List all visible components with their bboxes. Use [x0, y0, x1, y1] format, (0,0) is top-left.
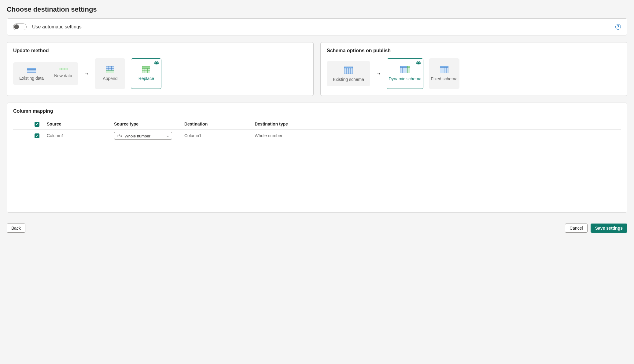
existing-schema-label: Existing schema — [333, 77, 364, 82]
existing-data-card: Existing data — [19, 68, 44, 81]
col-header-destination: Destination — [181, 119, 252, 129]
svg-rect-5 — [27, 68, 36, 69]
col-header-source-type: Source type — [111, 119, 181, 129]
cancel-button[interactable]: Cancel — [565, 224, 588, 233]
row-destination: Column1 — [181, 129, 252, 142]
help-icon[interactable]: ? — [615, 24, 621, 30]
svg-rect-13 — [106, 71, 114, 73]
fixed-schema-option[interactable]: Fixed schema — [429, 58, 459, 89]
replace-label: Replace — [138, 76, 154, 81]
append-label: Append — [103, 76, 117, 81]
column-mapping-panel: Column mapping ✓ Source Source type — [7, 103, 627, 213]
replace-option[interactable]: Replace — [131, 58, 161, 89]
select-all-checkbox[interactable]: ✓ — [35, 122, 39, 127]
radio-selected-icon — [416, 61, 421, 65]
svg-rect-6 — [59, 68, 68, 70]
column-mapping-table: ✓ Source Source type Destination Destina… — [13, 119, 621, 142]
table-row: ✓ Column1 123 Whole number ⌄ Column1 — [13, 129, 621, 142]
svg-rect-24 — [344, 67, 353, 68]
new-data-card: New data — [54, 68, 72, 81]
svg-rect-19 — [142, 66, 150, 68]
update-method-title: Update method — [13, 48, 307, 53]
dynamic-schema-option[interactable]: Dynamic schema — [387, 58, 423, 89]
arrow-right-icon: → — [84, 71, 89, 77]
source-type-value: Whole number — [124, 133, 150, 138]
table-green-small-icon — [59, 68, 68, 70]
arrow-right-icon: → — [376, 71, 381, 77]
col-header-source: Source — [44, 119, 111, 129]
back-button[interactable]: Back — [7, 224, 25, 233]
fixed-schema-label: Fixed schema — [431, 76, 457, 81]
dynamic-schema-label: Dynamic schema — [389, 76, 421, 81]
existing-schema-card: Existing schema — [333, 67, 364, 82]
svg-rect-35 — [440, 66, 448, 67]
append-option[interactable]: Append — [95, 58, 125, 89]
svg-rect-30 — [407, 66, 410, 67]
column-mapping-title: Column mapping — [13, 108, 621, 114]
row-destination-type: Whole number — [252, 129, 621, 142]
schema-existing-card: Existing schema — [327, 61, 370, 86]
col-header-destination-type: Destination type — [252, 119, 621, 129]
automatic-settings-toggle[interactable] — [13, 24, 27, 30]
svg-rect-28 — [400, 66, 407, 67]
new-data-label: New data — [54, 73, 72, 78]
table-blue-icon — [27, 68, 36, 73]
schema-blue-icon — [344, 67, 353, 74]
existing-data-label: Existing data — [19, 76, 44, 81]
row-checkbox[interactable]: ✓ — [35, 133, 39, 138]
update-method-panel: Update method Existing data — [7, 42, 314, 96]
whole-number-type-icon: 123 — [117, 134, 122, 138]
chevron-down-icon: ⌄ — [166, 133, 169, 138]
table-append-icon — [106, 66, 114, 73]
schema-dynamic-icon — [400, 66, 410, 73]
radio-selected-icon — [154, 61, 159, 65]
schema-options-panel: Schema options on publish Existing schem… — [320, 42, 627, 96]
page-title: Choose destination settings — [7, 5, 627, 13]
toggle-knob — [14, 24, 19, 29]
source-type-select[interactable]: 123 Whole number ⌄ — [114, 132, 172, 140]
update-method-source-card: Existing data New data — [13, 62, 78, 85]
footer: Back Cancel Save settings — [7, 219, 627, 238]
schema-fixed-icon — [440, 66, 448, 73]
row-source: Column1 — [44, 129, 111, 142]
table-replace-icon — [142, 66, 150, 73]
automatic-settings-label: Use automatic settings — [32, 24, 82, 30]
automatic-settings-bar: Use automatic settings ? — [7, 18, 627, 35]
save-settings-button[interactable]: Save settings — [591, 224, 627, 233]
schema-options-title: Schema options on publish — [327, 48, 621, 53]
